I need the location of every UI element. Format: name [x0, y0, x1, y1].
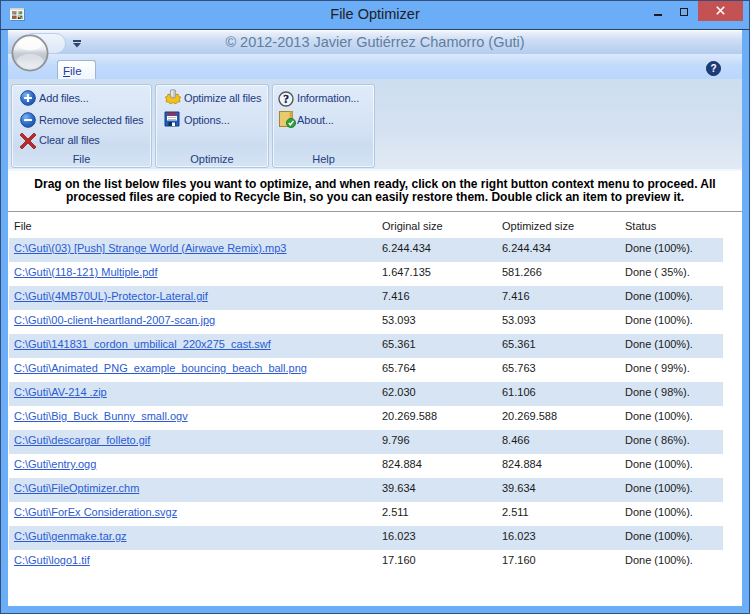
svg-text:?: ? — [710, 63, 716, 74]
svg-text:?: ? — [283, 93, 289, 105]
